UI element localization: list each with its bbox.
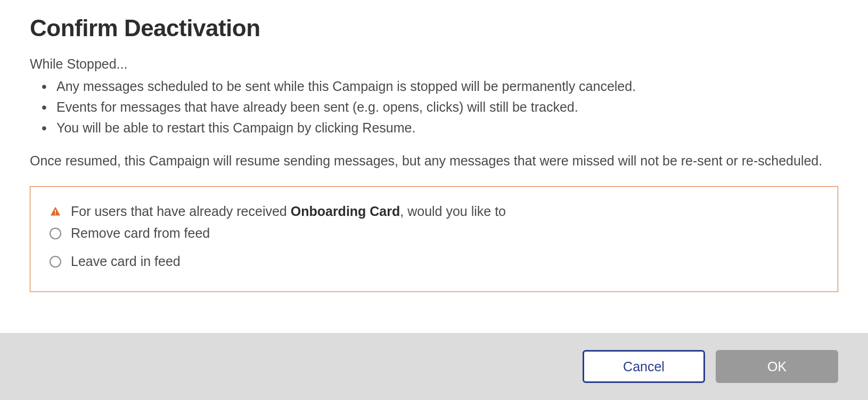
resume-note: Once resumed, this Campaign will resume … <box>30 151 838 171</box>
warning-triangle-icon <box>50 206 61 218</box>
warning-prompt-text: For users that have already received Onb… <box>71 204 506 219</box>
bullet-item: Any messages scheduled to be sent while … <box>47 76 838 97</box>
dialog-content: Confirm Deactivation While Stopped... An… <box>0 0 868 313</box>
warning-prompt-row: For users that have already received Onb… <box>50 204 818 219</box>
cancel-button[interactable]: Cancel <box>583 350 705 383</box>
bullet-list: Any messages scheduled to be sent while … <box>30 76 838 138</box>
radio-option-remove[interactable]: Remove card from feed <box>50 226 818 241</box>
radio-label: Leave card in feed <box>71 254 181 269</box>
svg-rect-0 <box>55 210 56 213</box>
bullet-item: You will be able to restart this Campaig… <box>47 118 838 138</box>
ok-button[interactable]: OK <box>716 350 838 383</box>
intro-text: While Stopped... <box>30 56 838 72</box>
warning-prompt-bold: Onboarding Card <box>291 204 400 219</box>
radio-option-leave[interactable]: Leave card in feed <box>50 254 818 269</box>
bullet-item: Events for messages that have already be… <box>47 97 838 118</box>
svg-rect-1 <box>55 213 56 214</box>
warning-prompt-before: For users that have already received <box>71 204 291 219</box>
dialog-footer: Cancel OK <box>0 333 868 400</box>
warning-prompt-after: , would you like to <box>400 204 506 219</box>
warning-box: For users that have already received Onb… <box>30 186 838 292</box>
radio-circle-icon <box>50 256 61 268</box>
dialog-title: Confirm Deactivation <box>30 15 838 41</box>
radio-label: Remove card from feed <box>71 226 210 241</box>
radio-circle-icon <box>50 228 61 239</box>
